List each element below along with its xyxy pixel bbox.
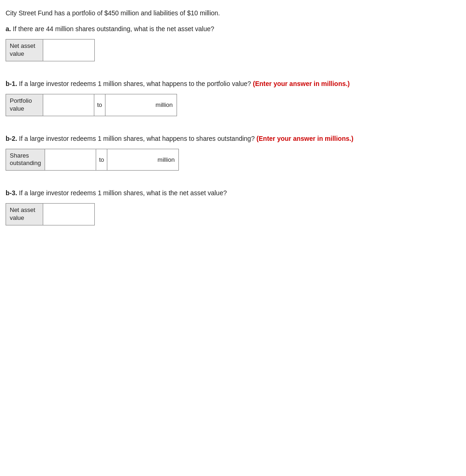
question-b1-text: If a large investor redeems 1 million sh… — [17, 80, 251, 87]
net-asset-value-row-b3: Net assetvalue — [6, 203, 95, 225]
question-b3-text: If a large investor redeems 1 million sh… — [17, 189, 227, 197]
shares-outstanding-input-right[interactable] — [107, 149, 154, 171]
question-a-block: a. If there are 44 million shares outsta… — [6, 25, 460, 61]
portfolio-value-row: Portfoliovalue to million — [6, 94, 177, 116]
question-b1-block: b-1. If a large investor redeems 1 milli… — [6, 80, 460, 116]
question-b3-block: b-3. If a large investor redeems 1 milli… — [6, 189, 460, 225]
shares-outstanding-input-left[interactable] — [45, 149, 96, 171]
net-asset-value-label-a: Net assetvalue — [6, 40, 43, 61]
question-b1-bold: b-1. — [6, 80, 17, 87]
portfolio-value-input-right[interactable] — [105, 94, 152, 116]
question-b2-text: If a large investor redeems 1 million sh… — [17, 135, 255, 142]
question-b1-label: b-1. If a large investor redeems 1 milli… — [6, 80, 460, 87]
question-a-label: a. If there are 44 million shares outsta… — [6, 25, 460, 33]
portfolio-value-label: Portfoliovalue — [6, 94, 43, 116]
question-b2-block: b-2. If a large investor redeems 1 milli… — [6, 135, 460, 171]
to-text-b2: to — [96, 149, 107, 171]
shares-outstanding-unit: million — [154, 149, 178, 171]
portfolio-value-input-left[interactable] — [43, 94, 94, 116]
question-b3-label: b-3. If a large investor redeems 1 milli… — [6, 189, 460, 197]
shares-outstanding-label: Sharesoutstanding — [6, 149, 45, 171]
portfolio-value-unit: million — [152, 94, 177, 116]
question-b1-highlight: (Enter your answer in millions.) — [251, 80, 349, 87]
net-asset-value-input-a[interactable] — [43, 40, 94, 61]
question-a-text: If there are 44 million shares outstandi… — [11, 25, 214, 33]
question-b3-bold: b-3. — [6, 189, 17, 197]
question-b2-bold: b-2. — [6, 135, 17, 142]
net-asset-value-input-b3[interactable] — [43, 204, 94, 225]
intro-text: City Street Fund has a portfolio of $450… — [6, 9, 460, 17]
question-b2-label: b-2. If a large investor redeems 1 milli… — [6, 135, 460, 142]
net-asset-value-row-a: Net assetvalue — [6, 39, 95, 61]
question-b2-highlight: (Enter your answer in millions.) — [255, 135, 353, 142]
to-text-b1: to — [94, 94, 105, 116]
shares-outstanding-row: Sharesoutstanding to million — [6, 149, 179, 171]
question-a-bold: a. — [6, 25, 11, 33]
net-asset-value-label-b3: Net assetvalue — [6, 204, 43, 225]
